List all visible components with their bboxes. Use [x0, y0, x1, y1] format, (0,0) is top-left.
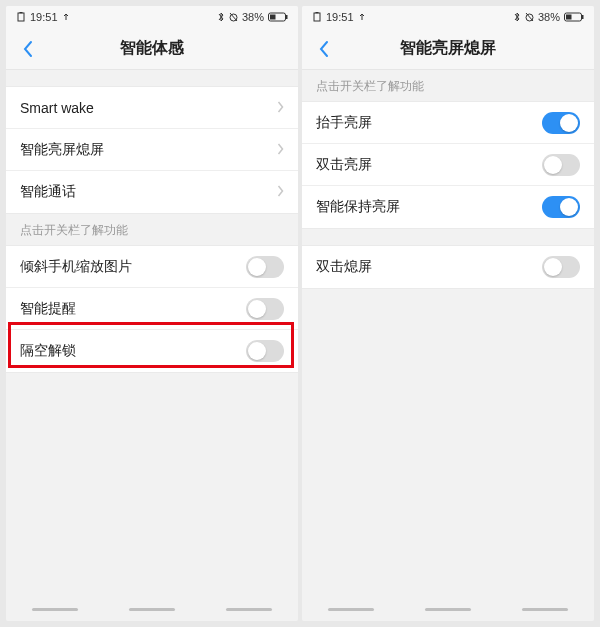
toggle-group-a: 抬手亮屏 双击亮屏 智能保持亮屏	[302, 101, 594, 229]
svg-rect-5	[270, 15, 276, 20]
nav-bar	[6, 597, 298, 621]
battery-warn-icon	[312, 12, 322, 22]
status-time: 19:51	[30, 11, 58, 23]
toggle-group-b: 双击熄屏	[302, 245, 594, 289]
header: 智能亮屏熄屏	[302, 28, 594, 70]
toggle-switch[interactable]	[246, 256, 284, 278]
row-label: 隔空解锁	[20, 342, 76, 360]
svg-rect-7	[316, 12, 319, 13]
row-label: 倾斜手机缩放图片	[20, 258, 132, 276]
nav-back[interactable]	[328, 608, 374, 611]
page-title: 智能体感	[120, 38, 184, 59]
nav-smart-call[interactable]: 智能通话	[6, 171, 298, 213]
toggle-switch[interactable]	[542, 256, 580, 278]
nav-smart-wake[interactable]: Smart wake	[6, 87, 298, 129]
row-label: 智能保持亮屏	[316, 198, 400, 216]
battery-percent: 38%	[538, 11, 560, 23]
battery-percent: 38%	[242, 11, 264, 23]
nav-back[interactable]	[32, 608, 78, 611]
status-bar: 19:51 38%	[302, 6, 594, 28]
svg-rect-1	[20, 12, 23, 13]
alarm-off-icon	[229, 12, 238, 22]
up-icon	[358, 13, 366, 21]
nav-group: Smart wake 智能亮屏熄屏 智能通话	[6, 86, 298, 214]
section-label: 点击开关栏了解功能	[302, 70, 594, 101]
row-label: 双击熄屏	[316, 258, 372, 276]
nav-home[interactable]	[129, 608, 175, 611]
back-button[interactable]	[310, 35, 338, 63]
chevron-left-icon	[318, 40, 330, 58]
nav-home[interactable]	[425, 608, 471, 611]
up-icon	[62, 13, 70, 21]
row-label: 双击亮屏	[316, 156, 372, 174]
toggle-switch[interactable]	[246, 298, 284, 320]
toggle-smart-stay[interactable]: 智能保持亮屏	[302, 186, 594, 228]
toggle-air-unlock[interactable]: 隔空解锁	[6, 330, 298, 372]
nav-recent[interactable]	[226, 608, 272, 611]
battery-icon	[564, 12, 584, 22]
toggle-switch[interactable]	[542, 112, 580, 134]
status-bar: 19:51 38%	[6, 6, 298, 28]
status-time: 19:51	[326, 11, 354, 23]
toggle-tilt-zoom[interactable]: 倾斜手机缩放图片	[6, 246, 298, 288]
bluetooth-icon	[513, 12, 521, 22]
phone-right: 19:51 38% 智能亮屏熄屏 点击开关栏了解功能 抬手亮屏 双击亮屏 智能保…	[302, 6, 594, 621]
header: 智能体感	[6, 28, 298, 70]
row-label: 抬手亮屏	[316, 114, 372, 132]
back-button[interactable]	[14, 35, 42, 63]
svg-rect-10	[582, 15, 584, 19]
svg-rect-6	[314, 13, 320, 21]
chevron-right-icon	[277, 100, 284, 116]
toggle-raise-to-wake[interactable]: 抬手亮屏	[302, 102, 594, 144]
chevron-right-icon	[277, 142, 284, 158]
toggle-group: 倾斜手机缩放图片 智能提醒 隔空解锁	[6, 245, 298, 373]
toggle-double-tap-sleep[interactable]: 双击熄屏	[302, 246, 594, 288]
bluetooth-icon	[217, 12, 225, 22]
row-label: 智能提醒	[20, 300, 76, 318]
section-label: 点击开关栏了解功能	[6, 214, 298, 245]
row-label: Smart wake	[20, 100, 94, 116]
row-label: 智能通话	[20, 183, 76, 201]
toggle-switch[interactable]	[246, 340, 284, 362]
nav-recent[interactable]	[522, 608, 568, 611]
svg-rect-0	[18, 13, 24, 21]
phone-left: 19:51 38% 智能体感 Smart wake 智能亮屏熄屏	[6, 6, 298, 621]
battery-icon	[268, 12, 288, 22]
toggle-double-tap-wake[interactable]: 双击亮屏	[302, 144, 594, 186]
svg-rect-11	[566, 15, 572, 20]
toggle-switch[interactable]	[542, 154, 580, 176]
toggle-smart-remind[interactable]: 智能提醒	[6, 288, 298, 330]
svg-rect-4	[286, 15, 288, 19]
battery-warn-icon	[16, 12, 26, 22]
chevron-right-icon	[277, 184, 284, 200]
chevron-left-icon	[22, 40, 34, 58]
row-label: 智能亮屏熄屏	[20, 141, 104, 159]
nav-screen-on-off[interactable]: 智能亮屏熄屏	[6, 129, 298, 171]
nav-bar	[302, 597, 594, 621]
alarm-off-icon	[525, 12, 534, 22]
toggle-switch[interactable]	[542, 196, 580, 218]
page-title: 智能亮屏熄屏	[400, 38, 496, 59]
